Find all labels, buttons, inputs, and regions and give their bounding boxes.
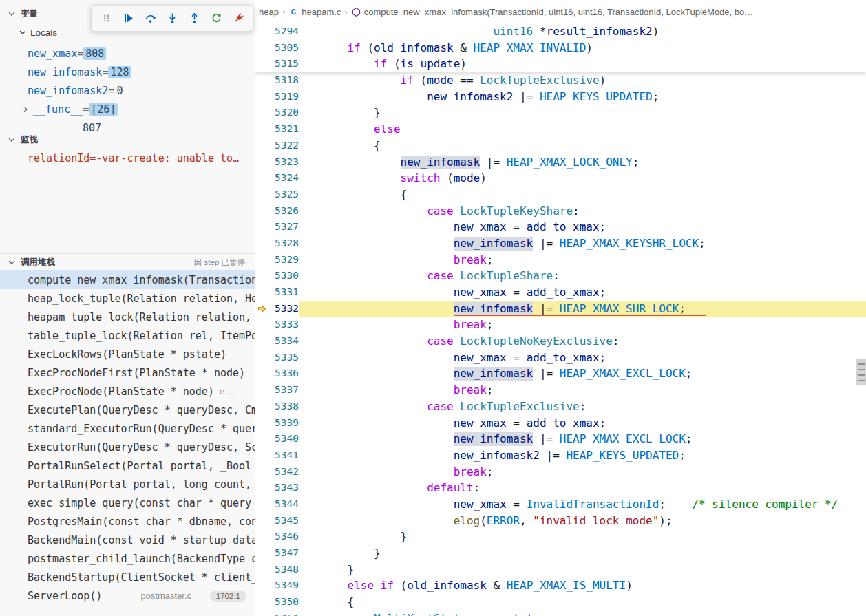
line-number[interactable]: 5349 xyxy=(270,577,299,594)
code-line-content[interactable]: break; xyxy=(299,464,866,480)
glyph-margin[interactable] xyxy=(255,594,270,610)
code-line-5319[interactable]: 5319 new_infomask2 |= HEAP_KEYS_UPDATED; xyxy=(255,89,866,105)
line-number[interactable]: 5341 xyxy=(270,447,299,464)
code-line-content[interactable]: else if (old_infomask & HEAP_XMAX_IS_MUL… xyxy=(299,577,866,594)
code-line-5351[interactable]: 5351 MultiXactStatus new_status; xyxy=(255,610,866,616)
stack-frame-row[interactable]: table_tuple_lock(Relation rel, ItemPo xyxy=(0,326,255,345)
code-line-5348[interactable]: 5348 } xyxy=(255,562,866,578)
line-number[interactable]: 5294 xyxy=(270,23,299,40)
disconnect-button[interactable] xyxy=(228,8,249,29)
code-line-content[interactable]: new_xmax = InvalidTransactionId; /* sile… xyxy=(299,496,866,513)
code-line-5326[interactable]: 5326 case LockTupleKeyShare: xyxy=(255,203,866,220)
code-line-5340[interactable]: 5340 new_infomask |= HEAP_XMAX_EXCL_LOCK… xyxy=(255,431,866,447)
line-number[interactable]: 5318 xyxy=(270,72,299,89)
glyph-margin[interactable] xyxy=(255,56,270,72)
line-number[interactable]: 5346 xyxy=(270,529,299,545)
code-line-5335[interactable]: 5335 new_xmax = add_to_xmax; xyxy=(255,350,866,366)
watch-pane-header[interactable]: 监视 xyxy=(0,131,255,148)
code-line-content[interactable]: case LockTupleNoKeyExclusive: xyxy=(299,333,866,350)
code-line-5305[interactable]: 5305 if (old_infomask & HEAP_XMAX_INVALI… xyxy=(255,40,866,56)
code-line-content[interactable]: new_infomask2 |= HEAP_KEYS_UPDATED; xyxy=(299,447,866,464)
code-line-content[interactable]: new_xmax = add_to_xmax; xyxy=(299,219,866,235)
line-number[interactable]: 5322 xyxy=(270,138,299,154)
line-number[interactable]: 5350 xyxy=(270,594,299,610)
glyph-margin[interactable] xyxy=(255,89,270,105)
code-line-content[interactable]: { xyxy=(299,187,866,203)
code-line-content[interactable]: { xyxy=(299,138,866,154)
code-line-5349[interactable]: 5349 else if (old_infomask & HEAP_XMAX_I… xyxy=(255,577,866,594)
breadcrumb-item[interactable]: compute_new_xmax_infomask(TransactionId,… xyxy=(351,7,754,17)
line-number[interactable]: 5321 xyxy=(270,121,299,138)
code-line-content[interactable]: new_infomask |= HEAP_XMAX_EXCL_LOCK; xyxy=(299,431,866,447)
glyph-margin[interactable] xyxy=(255,562,270,578)
line-number[interactable]: 5342 xyxy=(270,464,299,480)
glyph-margin[interactable] xyxy=(255,513,270,529)
code-line-5330[interactable]: 5330 case LockTupleShare: xyxy=(255,268,866,284)
line-number[interactable]: 5305 xyxy=(270,40,299,56)
code-line-content[interactable]: } xyxy=(299,545,866,562)
line-number[interactable]: 5334 xyxy=(270,333,299,350)
stack-frame-row[interactable]: BackendStartup(ClientSocket * client_ xyxy=(0,568,255,586)
code-line-5332[interactable]: 5332 new_infomask |= HEAP_XMAX_SHR_LOCK; xyxy=(255,301,866,317)
code-line-5318[interactable]: 5318 if (mode == LockTupleExclusive) xyxy=(255,72,866,89)
code-line-5336[interactable]: 5336 new_infomask |= HEAP_XMAX_EXCL_LOCK… xyxy=(255,365,866,382)
code-line-5320[interactable]: 5320 } xyxy=(255,105,866,121)
line-number[interactable]: 5332 xyxy=(270,301,299,317)
breadcrumb-item[interactable]: heap xyxy=(259,7,279,17)
code-line-content[interactable]: case LockTupleShare: xyxy=(299,268,866,284)
glyph-margin[interactable] xyxy=(255,464,270,480)
stack-frame-row[interactable]: PostgresMain(const char * dbname, con xyxy=(0,512,255,531)
code-line-5338[interactable]: 5338 case LockTupleExclusive: xyxy=(255,399,866,415)
stack-frame-row[interactable]: ExecutorRun(QueryDesc * queryDesc, Sc xyxy=(0,438,255,456)
line-number[interactable]: 5339 xyxy=(270,415,299,432)
glyph-margin[interactable] xyxy=(255,365,270,382)
code-line-5337[interactable]: 5337 break; xyxy=(255,382,866,399)
line-number[interactable]: 5333 xyxy=(270,317,299,333)
code-line-content[interactable]: } xyxy=(299,562,866,578)
glyph-margin[interactable] xyxy=(255,203,270,220)
continue-button[interactable] xyxy=(118,8,138,29)
code-line-5328[interactable]: 5328 new_infomask |= HEAP_XMAX_KEYSHR_LO… xyxy=(255,235,866,252)
line-number[interactable]: 5329 xyxy=(270,252,299,268)
code-line-content[interactable]: else xyxy=(299,121,866,138)
code-line-5346[interactable]: 5346 } xyxy=(255,529,866,545)
code-line-content[interactable]: case LockTupleKeyShare: xyxy=(299,203,866,220)
line-number[interactable]: 5330 xyxy=(270,268,299,284)
glyph-margin[interactable] xyxy=(255,447,270,464)
stack-frame-row[interactable]: ExecutePlan(QueryDesc * queryDesc, Cm xyxy=(0,401,255,419)
line-number[interactable]: 5337 xyxy=(270,382,299,399)
code-line-content[interactable]: break; xyxy=(299,382,866,399)
code-line-content[interactable]: new_xmax = add_to_xmax; xyxy=(299,284,866,301)
breadcrumb-item[interactable]: Cheapam.c xyxy=(288,7,341,17)
glyph-margin[interactable] xyxy=(255,154,270,171)
drag-handle[interactable] xyxy=(96,8,116,29)
code-line-5345[interactable]: 5345 elog(ERROR, "invalid lock mode"); xyxy=(255,513,866,529)
code-line-5333[interactable]: 5333 break; xyxy=(255,317,866,333)
variable-row[interactable]: new_infomask2 = 0 xyxy=(0,81,255,100)
stack-frame-row[interactable]: ExecProcNodeFirst(PlanState * node) xyxy=(0,363,255,382)
code-line-content[interactable]: break; xyxy=(299,252,866,268)
line-number[interactable]: 5343 xyxy=(270,480,299,496)
glyph-margin[interactable] xyxy=(255,415,270,432)
glyph-margin[interactable] xyxy=(255,40,270,56)
code-line-content[interactable]: case LockTupleExclusive: xyxy=(299,399,866,415)
code-line-content[interactable]: switch (mode) xyxy=(299,170,866,187)
line-number[interactable]: 5348 xyxy=(270,562,299,578)
code-line-5334[interactable]: 5334 case LockTupleNoKeyExclusive: xyxy=(255,333,866,350)
code-line-5350[interactable]: 5350 { xyxy=(255,594,866,610)
line-number[interactable]: 5335 xyxy=(270,350,299,366)
code-line-5325[interactable]: 5325 { xyxy=(255,187,866,203)
line-number[interactable]: 5351 xyxy=(270,610,299,616)
code-line-content[interactable]: break; xyxy=(299,317,866,333)
code-line-5343[interactable]: 5343 default: xyxy=(255,480,866,496)
code-line-content[interactable]: if (mode == LockTupleExclusive) xyxy=(299,72,866,89)
code-line-content[interactable]: uint16 *result_infomask2) xyxy=(299,23,866,40)
code-line-5339[interactable]: 5339 new_xmax = add_to_xmax; xyxy=(255,415,866,432)
line-number[interactable]: 5319 xyxy=(270,89,299,105)
code-line-5322[interactable]: 5322 { xyxy=(255,138,866,154)
variable-row[interactable]: new_infomask = 128 xyxy=(0,63,255,81)
glyph-margin[interactable] xyxy=(255,219,270,235)
glyph-margin[interactable] xyxy=(255,252,270,268)
glyph-margin[interactable] xyxy=(255,480,270,496)
stack-frame-row[interactable]: ServerLoop()postmaster.c1702:1 xyxy=(0,586,255,605)
